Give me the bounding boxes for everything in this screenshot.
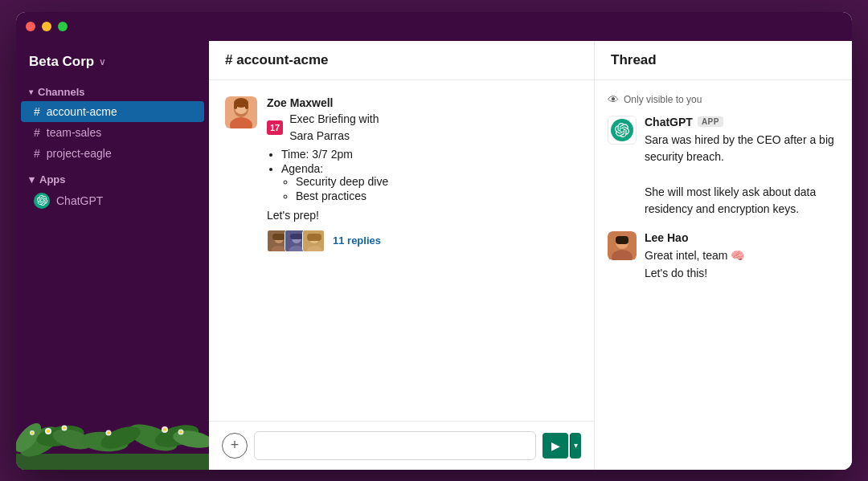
avatar-zoe [225, 96, 257, 128]
message-input[interactable] [254, 431, 536, 460]
sidebar-item-chatgpt[interactable]: ChatGPT [21, 189, 204, 213]
message-zoe: Zoe Maxwell 17 Exec Briefing with Sara P… [225, 96, 578, 252]
sidebar-item-team-sales[interactable]: # team-sales [21, 122, 204, 143]
sidebar-item-label-project-eagle: project-eagle [47, 147, 112, 160]
channels-label: Channels [38, 86, 85, 98]
replies-row[interactable]: 11 replies [267, 230, 578, 252]
thread-avatar-chatgpt [608, 116, 637, 145]
prep-text: Let's prep! [267, 209, 578, 222]
send-options-button[interactable]: ▾ [570, 433, 581, 459]
sub-bullet-security: Security deep dive [296, 175, 578, 188]
app-window: Beta Corp ∨ ▾ Channels # account-acme # … [16, 12, 852, 470]
lee-sender-name: Lee Hao [645, 231, 688, 244]
main-content: Beta Corp ∨ ▾ Channels # account-acme # … [16, 41, 852, 470]
svg-point-21 [107, 431, 110, 434]
add-attachment-button[interactable]: + [222, 433, 248, 459]
visibility-text: Only visible to you [624, 94, 702, 105]
send-button[interactable]: ▶ [542, 433, 568, 459]
svg-rect-32 [272, 234, 285, 240]
minimize-button[interactable] [42, 22, 51, 31]
thread-messages: 👁 Only visible to you ChatGP [595, 80, 852, 470]
channel-header: # account-acme [209, 41, 594, 80]
workspace-header[interactable]: Beta Corp ∨ [16, 41, 209, 76]
channels-section[interactable]: ▾ Channels [16, 76, 209, 101]
thread-message-lee: Lee Hao Great intel, team 🧠 Let's do thi… [608, 231, 839, 282]
svg-point-10 [31, 431, 34, 434]
thread-chatgpt-body: ChatGPT APP Sara was hired by the CEO af… [645, 116, 839, 218]
sidebar-item-project-eagle[interactable]: # project-eagle [21, 143, 204, 164]
thread-message-chatgpt: ChatGPT APP Sara was hired by the CEO af… [608, 116, 839, 218]
channel-name: # account-acme [225, 52, 329, 68]
thread-panel: Thread 👁 Only visible to you [595, 41, 852, 470]
svg-rect-44 [616, 236, 628, 244]
svg-rect-0 [16, 454, 209, 470]
thread-header: Thread [595, 41, 852, 80]
chatgpt-message-text: Sara was hired by the CEO after a big se… [645, 132, 839, 218]
channel-panel: # account-acme [209, 41, 595, 470]
bullet-agenda: Agenda: Security deep dive Best practice… [281, 162, 578, 202]
channels-triangle-icon: ▾ [29, 88, 33, 96]
app-badge: APP [698, 116, 723, 127]
sidebar-item-account-acme[interactable]: # account-acme [21, 101, 204, 122]
title-bar [16, 12, 852, 41]
lee-sender-row: Lee Hao [645, 231, 839, 244]
chatgpt-logo-icon [34, 193, 50, 209]
sidebar-item-label-team-sales: team-sales [47, 126, 101, 139]
close-button[interactable] [26, 22, 35, 31]
svg-point-17 [179, 430, 182, 434]
hash-icon-project-eagle: # [34, 147, 40, 160]
sub-bullet-best-practices: Best practices [296, 190, 578, 202]
apps-triangle-icon: ▾ [29, 173, 35, 185]
workspace-chevron-icon: ∨ [99, 56, 106, 67]
meeting-title-text: Exec Briefing with Sara Parras [289, 111, 379, 145]
thread-lee-body: Lee Hao Great intel, team 🧠 Let's do thi… [645, 231, 839, 282]
chatgpt-sender-row: ChatGPT APP [645, 116, 839, 128]
sidebar-item-label-account-acme: account-acme [47, 105, 117, 118]
workspace-name: Beta Corp [29, 54, 94, 70]
meeting-bullets: Time: 3/7 2pm Agenda: Security deep dive [281, 148, 578, 202]
thread-avatar-lee [608, 231, 637, 260]
apps-section[interactable]: ▾ Apps [16, 164, 209, 189]
message-body-zoe: Zoe Maxwell 17 Exec Briefing with Sara P… [267, 96, 578, 252]
agenda-sub-bullets: Security deep dive Best practices [296, 175, 578, 202]
svg-rect-36 [290, 234, 303, 239]
hash-icon-account-acme: # [34, 105, 40, 118]
hash-icon-team-sales: # [34, 126, 40, 139]
send-button-container: ▶ ▾ [542, 433, 581, 459]
svg-point-15 [163, 428, 166, 431]
svg-rect-28 [245, 103, 248, 109]
plant-svg [16, 397, 209, 470]
bullet-time: Time: 3/7 2pm [281, 148, 578, 161]
svg-rect-40 [307, 234, 321, 241]
plant-decoration [16, 397, 209, 470]
chatgpt-sender-name: ChatGPT [645, 116, 693, 128]
calendar-badge: 17 [267, 120, 283, 135]
svg-point-8 [63, 426, 66, 430]
channel-messages: Zoe Maxwell 17 Exec Briefing with Sara P… [209, 80, 594, 421]
visibility-notice: 👁 Only visible to you [608, 93, 839, 106]
lee-message-text: Great intel, team 🧠 Let's do this! [645, 247, 839, 282]
svg-rect-27 [234, 103, 237, 109]
chatgpt-item-label: ChatGPT [56, 194, 103, 207]
maximize-button[interactable] [58, 22, 68, 31]
meeting-title-line: 17 Exec Briefing with Sara Parras [267, 111, 578, 145]
chatgpt-thread-logo-icon [611, 119, 633, 141]
reply-avatars [267, 230, 320, 252]
eye-icon: 👁 [608, 93, 619, 106]
apps-label: Apps [39, 173, 66, 185]
message-sender-zoe: Zoe Maxwell [267, 96, 578, 109]
reply-count[interactable]: 11 replies [333, 234, 381, 247]
reply-avatar-3 [302, 230, 325, 252]
thread-title: Thread [611, 52, 657, 67]
sidebar: Beta Corp ∨ ▾ Channels # account-acme # … [16, 41, 209, 470]
svg-point-6 [47, 430, 50, 433]
message-input-bar: + ▶ ▾ [209, 421, 594, 470]
